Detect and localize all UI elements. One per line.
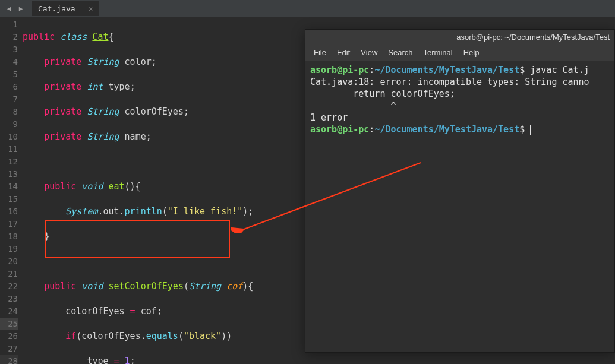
file-tab[interactable]: Cat.java × xyxy=(32,1,99,16)
terminal-body[interactable]: asorb@pi-pc:~/Documents/MyTestJava/Test$… xyxy=(305,61,614,352)
line-number-gutter: 1 2 3 4 5 6 7 8 9 10 11 12 13 14 15 16 1… xyxy=(0,17,23,364)
line-number: 18 xyxy=(0,230,18,243)
line-number: 14 xyxy=(0,181,18,193)
line-number: 20 xyxy=(0,255,18,268)
menu-edit[interactable]: Edit xyxy=(332,46,355,59)
line-number: 24 xyxy=(0,305,18,318)
window-title: asorb@pi-pc: ~/Documents/MyTestJava/Test xyxy=(305,30,614,45)
menu-file[interactable]: File xyxy=(309,46,331,59)
line-number: 4 xyxy=(0,56,18,68)
line-number: 27 xyxy=(0,343,18,355)
prompt-path: ~/Documents/MyTestJava/Test xyxy=(374,124,519,135)
line-number: 9 xyxy=(0,118,18,131)
line-number: 15 xyxy=(0,193,18,205)
editor-tab-bar: ◀ ▶ Cat.java × xyxy=(0,0,615,17)
command-text: javac Cat.j xyxy=(530,65,589,75)
line-number: 2 xyxy=(0,31,18,43)
line-number: 1 xyxy=(0,18,18,31)
line-number: 21 xyxy=(0,268,18,280)
line-number: 17 xyxy=(0,218,18,230)
line-number: 22 xyxy=(0,280,18,293)
line-number: 25 xyxy=(0,318,18,330)
menu-help[interactable]: Help xyxy=(459,46,484,59)
error-caret: ^ xyxy=(310,100,396,111)
line-number: 28 xyxy=(0,355,18,364)
line-number: 5 xyxy=(0,68,18,81)
menu-terminal[interactable]: Terminal xyxy=(419,46,458,59)
nav-arrows: ◀ ▶ xyxy=(0,3,30,14)
prompt-user: asorb@pi-pc xyxy=(310,65,369,75)
error-count: 1 error xyxy=(310,112,348,123)
line-number: 19 xyxy=(0,243,18,255)
terminal-window: asorb@pi-pc: ~/Documents/MyTestJava/Test… xyxy=(305,29,615,353)
tab-title: Cat.java xyxy=(38,4,75,13)
line-number: 11 xyxy=(0,143,18,156)
line-number: 10 xyxy=(0,131,18,143)
close-icon[interactable]: × xyxy=(89,4,93,13)
nav-back-button[interactable]: ◀ xyxy=(4,3,14,14)
code-line: type = 1; xyxy=(23,355,615,364)
line-number: 3 xyxy=(0,43,18,56)
menu-search[interactable]: Search xyxy=(383,46,417,59)
line-number: 6 xyxy=(0,81,18,93)
line-number: 7 xyxy=(0,93,18,106)
line-number: 23 xyxy=(0,293,18,305)
error-line: Cat.java:18: error: incompatible types: … xyxy=(310,77,589,87)
terminal-menu-bar: File Edit View Search Terminal Help xyxy=(305,45,614,61)
prompt-user: asorb@pi-pc xyxy=(310,124,369,135)
line-number: 12 xyxy=(0,156,18,168)
error-line: return colorOfEyes; xyxy=(310,88,455,99)
line-number: 16 xyxy=(0,205,18,218)
line-number: 13 xyxy=(0,168,18,181)
line-number: 8 xyxy=(0,106,18,118)
nav-forward-button[interactable]: ▶ xyxy=(15,3,26,14)
menu-view[interactable]: View xyxy=(356,46,382,59)
prompt-path: ~/Documents/MyTestJava/Test xyxy=(374,65,519,75)
cursor-icon xyxy=(530,125,531,135)
line-number: 26 xyxy=(0,330,18,343)
